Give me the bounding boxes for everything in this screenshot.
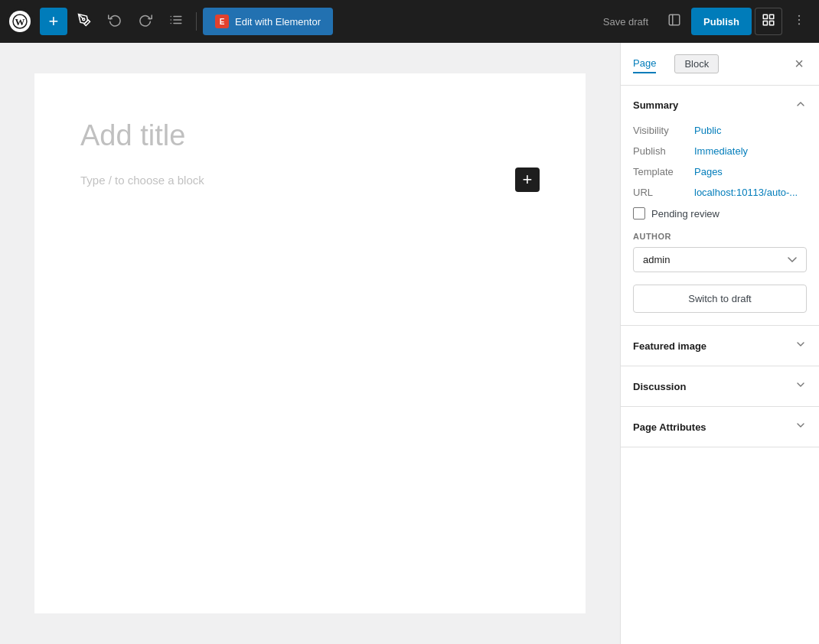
plus-icon: + <box>49 11 59 31</box>
summary-section: Summary Visibility Public Publish Immedi… <box>621 86 819 326</box>
undo-button[interactable] <box>101 8 129 35</box>
summary-section-content: Visibility Public Publish Immediately Te… <box>621 125 819 325</box>
add-block-toolbar-button[interactable]: + <box>40 8 67 35</box>
list-view-button[interactable] <box>162 8 190 35</box>
publish-row: Publish Immediately <box>633 145 807 157</box>
edit-with-elementor-label: Edit with Elementor <box>235 16 321 28</box>
sidebar: Page Block × Summary Visibility <box>620 43 819 644</box>
discussion-chevron-icon <box>795 379 807 394</box>
author-label: AUTHOR <box>633 232 807 241</box>
tab-page-label: Page <box>633 57 656 69</box>
page-attributes-title: Page Attributes <box>633 421 706 433</box>
featured-image-title: Featured image <box>633 340 706 352</box>
more-options-icon <box>792 13 806 31</box>
save-draft-button[interactable]: Save draft <box>594 10 657 34</box>
svg-point-2 <box>83 18 85 20</box>
post-title-input[interactable]: Add title <box>80 119 540 152</box>
sidebar-close-button[interactable]: × <box>788 54 810 75</box>
url-value[interactable]: localhost:10113/auto-... <box>694 187 798 198</box>
svg-point-16 <box>798 18 800 20</box>
tab-page[interactable]: Page <box>633 54 656 73</box>
featured-image-header[interactable]: Featured image <box>621 326 819 366</box>
template-row: Template Pages <box>633 166 807 177</box>
svg-point-15 <box>798 15 800 16</box>
redo-icon <box>139 13 152 31</box>
featured-image-chevron-icon <box>795 338 807 353</box>
list-icon <box>169 13 183 31</box>
publish-label: Publish <box>703 16 739 28</box>
pending-review-checkbox[interactable] <box>633 207 645 220</box>
view-icon <box>667 13 681 31</box>
block-placeholder-text[interactable]: Type / to choose a block <box>80 174 204 187</box>
editor-content: Add title Type / to choose a block + <box>34 73 586 613</box>
pending-review-label: Pending review <box>651 208 719 220</box>
summary-title: Summary <box>633 99 678 111</box>
add-block-inline-button[interactable]: + <box>515 168 540 192</box>
author-select[interactable]: admin <box>633 247 807 272</box>
discussion-section: Discussion <box>621 366 819 407</box>
summary-section-header[interactable]: Summary <box>621 86 819 125</box>
switch-to-draft-button[interactable]: Switch to draft <box>633 285 807 313</box>
visibility-value[interactable]: Public <box>694 125 721 136</box>
url-label: URL <box>633 187 694 198</box>
add-block-plus-icon: + <box>523 171 533 188</box>
undo-icon <box>108 13 122 31</box>
template-label: Template <box>633 166 694 177</box>
svg-rect-11 <box>763 15 767 18</box>
template-value[interactable]: Pages <box>694 166 723 177</box>
save-draft-label: Save draft <box>603 16 648 28</box>
tools-button[interactable] <box>70 8 98 35</box>
tab-block-label: Block <box>684 58 709 70</box>
toolbar-divider <box>196 12 197 31</box>
editor-area: Add title Type / to choose a block + <box>0 43 620 644</box>
publish-button[interactable]: Publish <box>691 8 752 35</box>
publish-value[interactable]: Immediately <box>694 145 748 157</box>
close-icon: × <box>795 55 804 73</box>
svg-rect-9 <box>669 15 680 25</box>
elementor-icon: E <box>215 15 229 28</box>
discussion-header[interactable]: Discussion <box>621 366 819 406</box>
settings-button[interactable] <box>755 8 782 35</box>
view-button[interactable] <box>661 8 688 35</box>
sidebar-tab-bar: Page Block × <box>621 43 819 86</box>
svg-point-17 <box>798 23 800 24</box>
featured-image-section: Featured image <box>621 326 819 366</box>
visibility-label: Visibility <box>633 125 694 136</box>
pending-review-row: Pending review <box>633 207 807 220</box>
tools-icon <box>77 13 91 31</box>
edit-with-elementor-button[interactable]: E Edit with Elementor <box>203 8 333 35</box>
publish-label: Publish <box>633 145 694 157</box>
svg-rect-14 <box>763 21 767 25</box>
switch-draft-label: Switch to draft <box>688 293 751 304</box>
visibility-row: Visibility Public <box>633 125 807 136</box>
wordpress-logo[interactable]: W <box>6 8 34 35</box>
page-attributes-header[interactable]: Page Attributes <box>621 407 819 447</box>
svg-rect-12 <box>770 15 774 18</box>
discussion-title: Discussion <box>633 381 686 392</box>
svg-text:W: W <box>15 16 25 28</box>
tab-block[interactable]: Block <box>674 54 719 73</box>
author-section: AUTHOR admin <box>633 232 807 272</box>
title-placeholder: Add title <box>80 119 185 151</box>
block-placeholder: Type / to choose a block + <box>80 168 540 192</box>
redo-button[interactable] <box>132 8 159 35</box>
settings-icon <box>762 13 775 30</box>
toolbar: W + <box>0 0 819 43</box>
summary-collapse-icon <box>795 98 807 112</box>
page-attributes-chevron-icon <box>795 419 807 434</box>
more-options-button[interactable] <box>785 8 813 35</box>
page-attributes-section: Page Attributes <box>621 407 819 447</box>
main-layout: Add title Type / to choose a block + Pag… <box>0 43 819 644</box>
svg-rect-13 <box>770 21 774 25</box>
url-row: URL localhost:10113/auto-... <box>633 187 807 198</box>
